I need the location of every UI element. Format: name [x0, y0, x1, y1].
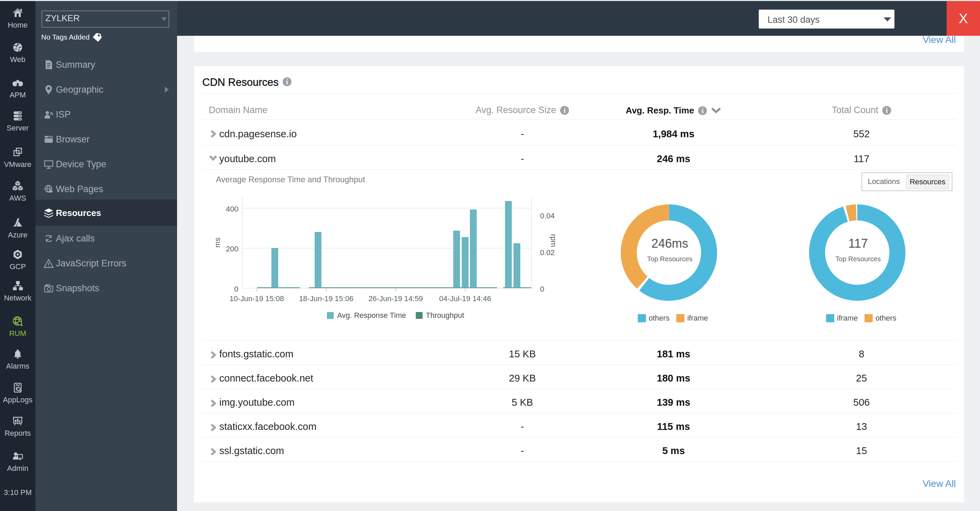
svg-text:Top Resources: Top Resources	[647, 255, 692, 263]
svg-text:ms: ms	[213, 237, 222, 247]
svg-text:0.02: 0.02	[540, 248, 555, 257]
svg-text:0.04: 0.04	[540, 212, 555, 220]
svg-text:26-Jun-19 14:59: 26-Jun-19 14:59	[368, 295, 423, 303]
svg-text:10-Jun-19 15:08: 10-Jun-19 15:08	[229, 295, 284, 303]
svg-text:0: 0	[234, 285, 239, 293]
svg-text:117: 117	[848, 236, 868, 250]
svg-text:18-Jun-19 15:06: 18-Jun-19 15:06	[299, 295, 353, 303]
svg-text:0: 0	[540, 285, 544, 293]
svg-text:rpm: rpm	[549, 234, 558, 247]
svg-text:Top Resources: Top Resources	[835, 255, 881, 263]
svg-text:246ms: 246ms	[651, 236, 688, 250]
svg-text:400: 400	[226, 205, 239, 213]
svg-text:200: 200	[226, 245, 239, 253]
svg-text:04-Jul-19 14:46: 04-Jul-19 14:46	[439, 295, 492, 303]
